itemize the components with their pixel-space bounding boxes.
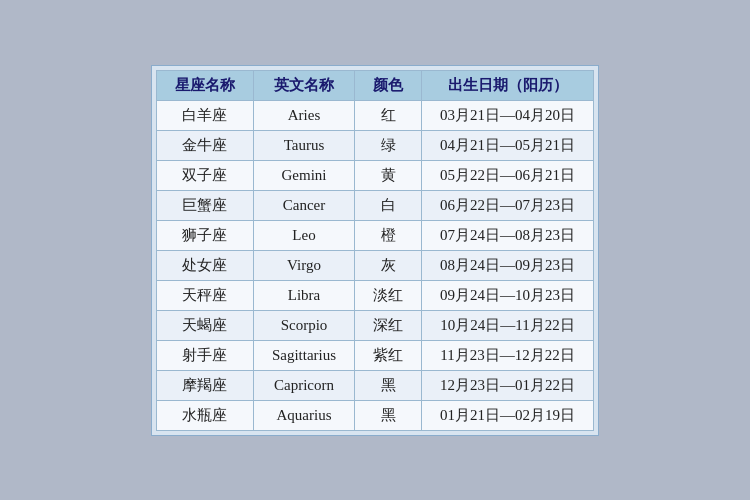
english-name: Capricorn: [253, 370, 354, 400]
chinese-name: 摩羯座: [156, 370, 253, 400]
color-name: 灰: [355, 250, 422, 280]
table-row: 双子座Gemini黄05月22日—06月21日: [156, 160, 593, 190]
birth-dates: 01月21日—02月19日: [422, 400, 594, 430]
english-name: Virgo: [253, 250, 354, 280]
birth-dates: 04月21日—05月21日: [422, 130, 594, 160]
color-name: 白: [355, 190, 422, 220]
birth-dates: 05月22日—06月21日: [422, 160, 594, 190]
table-row: 金牛座Taurus绿04月21日—05月21日: [156, 130, 593, 160]
birth-dates: 07月24日—08月23日: [422, 220, 594, 250]
table-row: 射手座Sagittarius紫红11月23日—12月22日: [156, 340, 593, 370]
color-name: 黑: [355, 400, 422, 430]
english-name: Scorpio: [253, 310, 354, 340]
english-name: Leo: [253, 220, 354, 250]
header-chinese-name: 星座名称: [156, 70, 253, 100]
english-name: Cancer: [253, 190, 354, 220]
chinese-name: 双子座: [156, 160, 253, 190]
chinese-name: 金牛座: [156, 130, 253, 160]
table-row: 天蝎座Scorpio深红10月24日—11月22日: [156, 310, 593, 340]
header-english-name: 英文名称: [253, 70, 354, 100]
chinese-name: 白羊座: [156, 100, 253, 130]
english-name: Gemini: [253, 160, 354, 190]
chinese-name: 天蝎座: [156, 310, 253, 340]
birth-dates: 06月22日—07月23日: [422, 190, 594, 220]
table-row: 水瓶座Aquarius黑01月21日—02月19日: [156, 400, 593, 430]
color-name: 橙: [355, 220, 422, 250]
zodiac-table-container: 星座名称 英文名称 颜色 出生日期（阳历） 白羊座Aries红03月21日—04…: [151, 65, 599, 436]
color-name: 黄: [355, 160, 422, 190]
english-name: Libra: [253, 280, 354, 310]
color-name: 绿: [355, 130, 422, 160]
table-body: 白羊座Aries红03月21日—04月20日金牛座Taurus绿04月21日—0…: [156, 100, 593, 430]
chinese-name: 天秤座: [156, 280, 253, 310]
chinese-name: 射手座: [156, 340, 253, 370]
color-name: 紫红: [355, 340, 422, 370]
table-row: 白羊座Aries红03月21日—04月20日: [156, 100, 593, 130]
birth-dates: 03月21日—04月20日: [422, 100, 594, 130]
table-row: 天秤座Libra淡红09月24日—10月23日: [156, 280, 593, 310]
chinese-name: 狮子座: [156, 220, 253, 250]
birth-dates: 10月24日—11月22日: [422, 310, 594, 340]
color-name: 淡红: [355, 280, 422, 310]
english-name: Aquarius: [253, 400, 354, 430]
table-row: 摩羯座Capricorn黑12月23日—01月22日: [156, 370, 593, 400]
birth-dates: 08月24日—09月23日: [422, 250, 594, 280]
color-name: 深红: [355, 310, 422, 340]
zodiac-table: 星座名称 英文名称 颜色 出生日期（阳历） 白羊座Aries红03月21日—04…: [156, 70, 594, 431]
header-color: 颜色: [355, 70, 422, 100]
english-name: Sagittarius: [253, 340, 354, 370]
chinese-name: 水瓶座: [156, 400, 253, 430]
color-name: 黑: [355, 370, 422, 400]
chinese-name: 巨蟹座: [156, 190, 253, 220]
color-name: 红: [355, 100, 422, 130]
table-row: 巨蟹座Cancer白06月22日—07月23日: [156, 190, 593, 220]
table-row: 处女座Virgo灰08月24日—09月23日: [156, 250, 593, 280]
birth-dates: 12月23日—01月22日: [422, 370, 594, 400]
english-name: Aries: [253, 100, 354, 130]
table-row: 狮子座Leo橙07月24日—08月23日: [156, 220, 593, 250]
birth-dates: 11月23日—12月22日: [422, 340, 594, 370]
header-dates: 出生日期（阳历）: [422, 70, 594, 100]
english-name: Taurus: [253, 130, 354, 160]
table-header-row: 星座名称 英文名称 颜色 出生日期（阳历）: [156, 70, 593, 100]
chinese-name: 处女座: [156, 250, 253, 280]
birth-dates: 09月24日—10月23日: [422, 280, 594, 310]
